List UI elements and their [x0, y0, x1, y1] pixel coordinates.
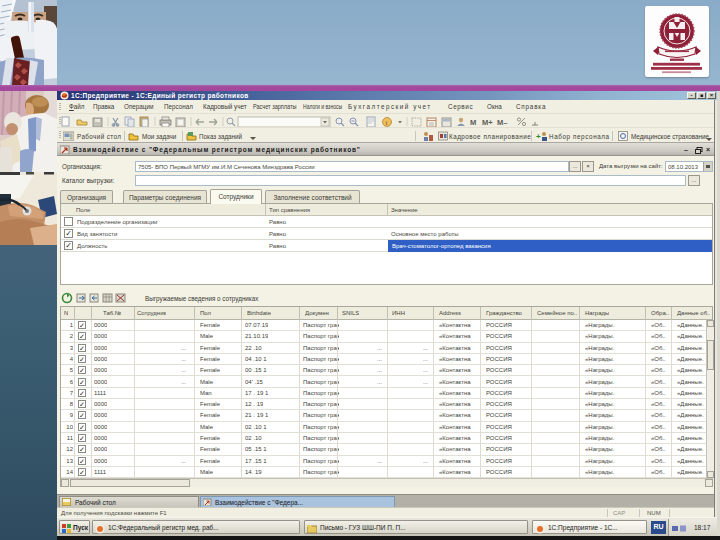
svg-text:i: i — [386, 119, 388, 127]
svg-text:М+: М+ — [482, 118, 493, 127]
svg-text:+: + — [536, 132, 541, 141]
svg-text:М: М — [470, 118, 476, 127]
svg-text:М–: М– — [497, 118, 507, 127]
